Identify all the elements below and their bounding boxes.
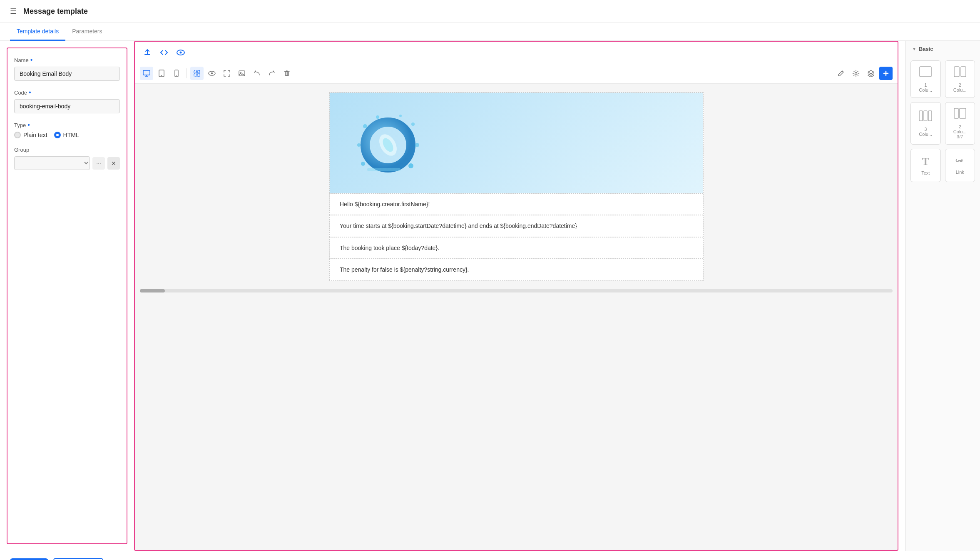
svg-rect-36: [960, 108, 966, 118]
group-label: Group: [14, 147, 120, 153]
text-block-4[interactable]: The penalty for false is ${penalty?strin…: [329, 259, 703, 280]
svg-point-23: [361, 162, 365, 166]
type-label: Type •: [14, 122, 120, 128]
toolbar-sep-1: [187, 68, 187, 78]
eye-button[interactable]: [205, 67, 219, 80]
svg-point-16: [855, 72, 857, 75]
mobile-button[interactable]: [170, 67, 183, 80]
text-block-2[interactable]: Your time starts at ${booking.startDate?…: [329, 215, 703, 237]
svg-point-1: [180, 52, 182, 54]
name-label: Name •: [14, 57, 120, 63]
block-3col-icon: [919, 110, 932, 124]
group-clear-button[interactable]: ✕: [107, 157, 120, 170]
svg-rect-33: [924, 111, 927, 121]
main-content: Name • Code • Type • Plain text: [0, 41, 980, 551]
block-2col-37-label: 2Colu...3/7: [953, 124, 967, 139]
block-text[interactable]: T Text: [910, 149, 941, 182]
panel-section-header[interactable]: ▼ Basic: [905, 41, 980, 57]
upload-button[interactable]: [140, 45, 155, 60]
block-2col-37-icon: [953, 108, 967, 122]
app-header: ☰ Message template: [0, 0, 980, 23]
block-1col-icon: [919, 66, 932, 80]
logo-svg: [342, 105, 434, 180]
redo-button[interactable]: [265, 67, 279, 80]
left-panel: Name • Code • Type • Plain text: [7, 48, 127, 544]
svg-rect-7: [194, 70, 196, 73]
name-required-dot: •: [30, 57, 33, 63]
code-field-group: Code •: [14, 89, 120, 113]
name-field-group: Name •: [14, 57, 120, 81]
desktop-button[interactable]: [140, 67, 153, 80]
svg-point-22: [408, 163, 413, 168]
hamburger-icon[interactable]: ☰: [10, 7, 17, 16]
ok-button[interactable]: OK: [10, 558, 48, 560]
block-2col-label: 2Colu...: [953, 82, 967, 92]
blocks-toggle-button[interactable]: [190, 67, 204, 80]
svg-rect-10: [197, 74, 200, 76]
text-block-1[interactable]: Hello ${booking.creator.firstName}!: [329, 193, 703, 215]
image-import-button[interactable]: [235, 67, 249, 80]
svg-point-12: [211, 72, 213, 74]
editor-canvas[interactable]: Hello ${booking.creator.firstName}! Your…: [135, 84, 898, 550]
scrollbar-thumb[interactable]: [140, 289, 165, 292]
name-input[interactable]: [14, 67, 120, 81]
code-required-dot: •: [29, 89, 31, 96]
type-html-radio[interactable]: [54, 132, 61, 138]
resize-handle[interactable]: [124, 48, 127, 543]
svg-rect-28: [367, 168, 400, 171]
type-required-dot: •: [27, 122, 30, 128]
type-plain-radio[interactable]: [14, 132, 21, 138]
svg-rect-2: [143, 70, 150, 75]
type-row: Plain text HTML: [14, 132, 120, 138]
toolbar-sep-2: [297, 68, 297, 78]
group-more-button[interactable]: ···: [92, 157, 105, 170]
svg-rect-8: [197, 70, 200, 73]
editor-top-toolbar: [134, 41, 898, 63]
block-2col-37[interactable]: 2Colu...3/7: [945, 102, 975, 145]
svg-rect-31: [961, 67, 966, 77]
cancel-button[interactable]: Cancel: [53, 558, 103, 560]
chevron-down-icon: ▼: [912, 47, 916, 51]
text-block-3[interactable]: The booking took place ${today?date}.: [329, 237, 703, 259]
editor-area: Hello ${booking.creator.firstName}! Your…: [134, 41, 898, 551]
block-2col-icon: [953, 66, 967, 80]
tab-parameters[interactable]: Parameters: [65, 23, 109, 41]
block-2col[interactable]: 2Colu...: [945, 60, 975, 98]
type-plain-text-option[interactable]: Plain text: [14, 132, 47, 138]
tablet-button[interactable]: [155, 67, 168, 80]
block-link-icon: [954, 156, 966, 167]
block-3col[interactable]: 3Colu...: [910, 102, 941, 145]
preview-button[interactable]: [173, 45, 188, 60]
add-button[interactable]: [879, 67, 893, 80]
undo-button[interactable]: [250, 67, 264, 80]
block-link[interactable]: Link: [945, 149, 975, 182]
settings-button[interactable]: [849, 67, 863, 80]
group-field-group: Group ··· ✕: [14, 147, 120, 170]
type-plain-label: Plain text: [23, 132, 47, 138]
type-html-label: HTML: [63, 132, 79, 138]
block-1col[interactable]: 1Colu...: [910, 60, 941, 98]
layers-button[interactable]: [864, 67, 878, 80]
horizontal-scrollbar[interactable]: [140, 289, 893, 292]
code-view-button[interactable]: [157, 45, 172, 60]
block-1col-label: 1Colu...: [919, 82, 932, 92]
image-block[interactable]: [329, 92, 703, 193]
svg-point-4: [161, 75, 162, 76]
type-field-group: Type • Plain text HTML: [14, 122, 120, 138]
svg-point-20: [363, 124, 367, 128]
app-title: Message template: [23, 7, 88, 16]
fullscreen-button[interactable]: [220, 67, 234, 80]
group-select[interactable]: [14, 156, 90, 170]
editor-container: Hello ${booking.creator.firstName}! Your…: [134, 63, 898, 551]
delete-button[interactable]: [280, 67, 294, 80]
pencil-button[interactable]: [834, 67, 848, 80]
right-panel: ▼ Basic 1Colu...: [905, 41, 980, 551]
type-html-option[interactable]: HTML: [54, 132, 79, 138]
svg-rect-32: [919, 111, 923, 121]
code-input[interactable]: [14, 99, 120, 113]
svg-rect-9: [194, 74, 196, 76]
tab-template-details[interactable]: Template details: [10, 23, 65, 41]
canvas-inner: Hello ${booking.creator.firstName}! Your…: [329, 92, 704, 281]
group-row: ··· ✕: [14, 156, 120, 170]
block-3col-label: 3Colu...: [919, 127, 932, 137]
